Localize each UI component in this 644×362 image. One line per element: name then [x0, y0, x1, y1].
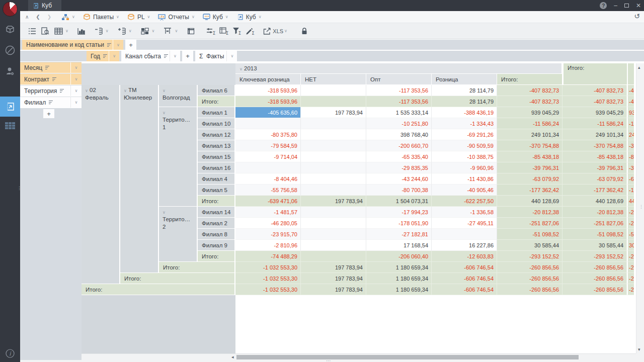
row-group-cell[interactable]: ∨ Террито… 2	[159, 207, 198, 262]
value-cell[interactable]: -177 362,42	[497, 185, 562, 196]
value-cell[interactable]: -370 754,88	[497, 140, 562, 151]
value-cell[interactable]	[301, 173, 366, 185]
value-cell[interactable]	[235, 162, 301, 173]
value-cell[interactable]: -1 032 553,30	[235, 273, 301, 284]
value-cell[interactable]	[235, 118, 301, 129]
value-cell[interactable]: -622 257,50	[432, 196, 497, 207]
row-group-cell[interactable]: ∨ Террито… 1	[159, 107, 198, 207]
value-cell[interactable]: -11 586,24	[497, 118, 562, 129]
breadcrumb-cube[interactable]: Куб∨	[232, 14, 266, 21]
add-row-field-button[interactable]: +	[125, 40, 136, 50]
value-cell[interactable]: -43 244,60	[366, 173, 432, 185]
value-cell[interactable]	[301, 207, 366, 218]
value-cell[interactable]: -39 796,31	[562, 162, 627, 173]
value-cell[interactable]: 197 783,94	[301, 273, 366, 284]
value-cell[interactable]: -177 362,42	[562, 185, 627, 196]
row-label[interactable]: Филиал 5	[198, 185, 235, 196]
pivot-active-icon[interactable]	[0, 97, 20, 117]
app-logo[interactable]	[3, 2, 18, 17]
horizontal-scroll-thumb[interactable]	[236, 355, 579, 359]
value-cell[interactable]: 249 101,34	[497, 129, 562, 140]
total-row-label[interactable]: Итого:	[82, 284, 235, 295]
sliders-sigma-icon[interactable]: Σ	[205, 25, 217, 37]
compass-icon[interactable]	[0, 41, 20, 59]
field-chip-facts[interactable]: Σ Факты ∨	[195, 51, 237, 61]
value-cell[interactable]	[301, 240, 366, 251]
value-cell[interactable]: -51 098,52	[562, 229, 627, 240]
field-chip-article[interactable]: Наименование и код статьи ∨	[22, 40, 123, 50]
value-cell[interactable]: -63 079,92	[497, 173, 562, 185]
pivot-layout-icon[interactable]	[139, 25, 151, 37]
field-dropdown-button[interactable]: ∨	[109, 51, 119, 61]
value-cell[interactable]	[301, 151, 366, 162]
close-button[interactable]: ✕	[636, 2, 641, 9]
value-cell[interactable]: 1 535 333,14	[366, 107, 432, 118]
value-cell[interactable]: -1 481,57	[235, 207, 301, 218]
row-label[interactable]: Филиал 12	[198, 129, 235, 140]
value-cell[interactable]: -206 060,40	[366, 251, 432, 262]
preview-icon[interactable]	[39, 25, 51, 37]
value-cell[interactable]	[301, 162, 366, 173]
maximize-button[interactable]	[624, 4, 629, 8]
value-cell[interactable]: -90 509,59	[432, 140, 497, 151]
breadcrumb-pl[interactable]: PL∨	[123, 14, 154, 21]
value-cell[interactable]: -63 079,92	[562, 173, 627, 185]
value-cell[interactable]: 249 101,34	[562, 129, 627, 140]
column-header[interactable]: НЕТ	[301, 74, 366, 85]
breadcrumb-packages[interactable]: Пакеты∨	[79, 14, 123, 21]
nav-forward-button[interactable]: ❯	[47, 14, 51, 20]
value-cell[interactable]: -1 334,43	[432, 118, 497, 129]
value-cell[interactable]: 939 045,29	[562, 107, 627, 118]
value-cell[interactable]: -55 756,58	[235, 185, 301, 196]
column-width-icon[interactable]	[162, 25, 174, 37]
value-cell[interactable]: -2 810,96	[235, 240, 301, 251]
value-cell[interactable]: 197 783,94	[301, 196, 366, 207]
value-cell[interactable]: -23 915,70	[235, 229, 301, 240]
value-cell[interactable]: -639 471,06	[235, 196, 301, 207]
value-cell[interactable]: -27 495,11	[432, 218, 497, 229]
bottom-splitter-handle[interactable]: ⋯	[326, 358, 331, 362]
value-cell[interactable]: 197 783,94	[301, 284, 366, 295]
value-cell[interactable]: -1 032 553,30	[235, 284, 301, 295]
value-cell[interactable]	[301, 129, 366, 140]
value-cell[interactable]: -407 832,73	[497, 96, 562, 107]
box-icon[interactable]	[0, 20, 20, 38]
field-dropdown-button[interactable]: ∨	[170, 51, 180, 61]
minimize-button[interactable]: –	[614, 2, 617, 9]
value-cell[interactable]: 17 168,54	[366, 240, 432, 251]
export-xls-icon[interactable]: XLS	[263, 25, 283, 37]
value-cell[interactable]: 30 585,44	[562, 240, 627, 251]
row-group-cell[interactable]: ∨ 02 Февраль	[82, 85, 120, 284]
scroll-down-arrow[interactable]: ▾	[638, 347, 640, 352]
scroll-left-arrow[interactable]: ◂	[231, 354, 234, 359]
horizontal-scrollbar[interactable]: ◂ ▸	[82, 353, 644, 360]
value-cell[interactable]: -11 586,24	[562, 118, 627, 129]
breadcrumb-cube-view[interactable]: Куб∨	[199, 14, 232, 21]
row-label[interactable]: Филиал 10	[198, 118, 235, 129]
value-cell[interactable]: -200 660,70	[366, 140, 432, 151]
value-cell[interactable]: -27 182,81	[366, 229, 432, 240]
value-cell[interactable]: -40 905,46	[432, 185, 497, 196]
row-label[interactable]: Филиал 14	[198, 207, 235, 218]
help-button[interactable]: ?	[600, 2, 607, 9]
value-cell[interactable]: -407 832,73	[562, 85, 627, 96]
value-cell[interactable]: -17 994,23	[366, 207, 432, 218]
value-cell[interactable]: 28 114,79	[432, 96, 497, 107]
grid-icon[interactable]	[0, 117, 20, 135]
value-cell[interactable]: 30 585,44	[497, 240, 562, 251]
value-cell[interactable]: -405 635,60	[235, 107, 301, 118]
field-dropdown-button[interactable]: ∨	[70, 74, 82, 84]
column-header[interactable]: Опт	[366, 74, 432, 85]
panel-field-month[interactable]: Месяц ∨	[20, 62, 82, 73]
nav-back-button[interactable]: ❮	[36, 14, 40, 20]
scroll-up-arrow[interactable]: ▴	[638, 65, 640, 70]
value-cell[interactable]: -8 404,46	[235, 173, 301, 185]
vertical-scrollbar[interactable]: ▴ ⋮ ▾	[636, 63, 644, 353]
total-row-label[interactable]: Итого:	[159, 262, 235, 273]
panel-field-branch[interactable]: Филиал ∨	[20, 97, 82, 108]
row-label[interactable]: Филиал 13	[198, 140, 235, 151]
value-cell[interactable]: -1 032 553,30	[235, 262, 301, 273]
value-cell[interactable]: 28 114,79	[432, 85, 497, 96]
value-cell[interactable]: -606 746,54	[432, 284, 497, 295]
row-label[interactable]: Филиал 6	[198, 85, 235, 96]
